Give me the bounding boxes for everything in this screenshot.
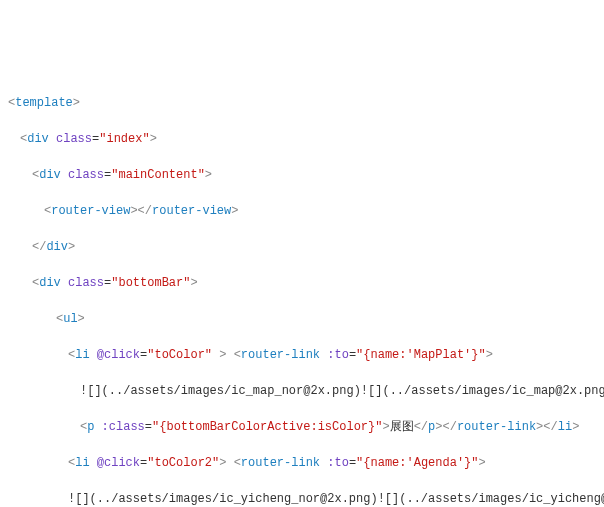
code-line: <div class="mainContent"> [8,166,596,184]
code-line: <li @click="toColor2"> <router-link :to=… [8,454,596,472]
code-block: <template> <div class="index"> <div clas… [8,76,596,507]
code-line: <ul> [8,310,596,328]
code-line: <template> [8,94,596,112]
code-line: <router-view></router-view> [8,202,596,220]
code-line: <li @click="toColor" > <router-link :to=… [8,346,596,364]
code-line: ![](../assets/images/ic_yicheng_nor@2x.p… [8,490,596,507]
code-line: <div class="bottomBar"> [8,274,596,292]
code-line: ![](../assets/images/ic_map_nor@2x.png)!… [8,382,596,400]
code-line: <div class="index"> [8,130,596,148]
code-line: </div> [8,238,596,256]
code-line: <p :class="{bottomBarColorActive:isColor… [8,418,596,436]
